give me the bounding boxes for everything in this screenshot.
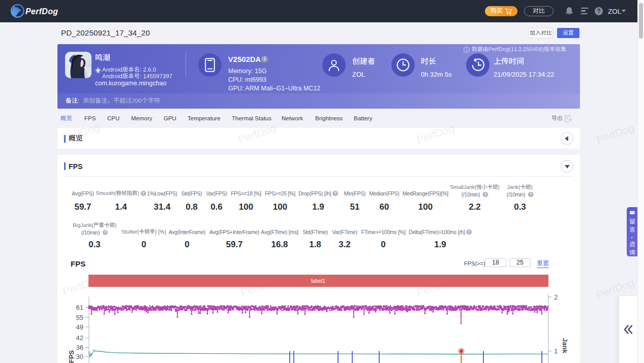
- svg-text:49: 49: [76, 323, 83, 331]
- svg-text:30: 30: [76, 353, 83, 360]
- svg-text:FPS: FPS: [68, 350, 75, 363]
- svg-text:Jank: Jank: [561, 338, 569, 353]
- svg-text:36: 36: [76, 344, 83, 351]
- svg-text:1: 1: [554, 347, 558, 355]
- svg-text:55: 55: [76, 314, 83, 321]
- svg-text:label1: label1: [311, 278, 325, 284]
- svg-text:2: 2: [554, 293, 558, 301]
- svg-text:61: 61: [76, 304, 83, 311]
- svg-text:42: 42: [76, 334, 83, 342]
